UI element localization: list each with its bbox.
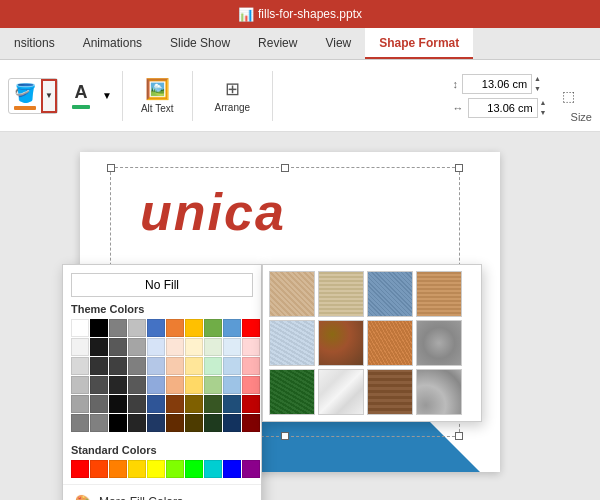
theme-color-swatch[interactable] — [147, 414, 165, 432]
theme-color-swatch[interactable] — [71, 395, 89, 413]
theme-color-swatch[interactable] — [109, 357, 127, 375]
texture-swatch-white-marble[interactable] — [318, 369, 364, 415]
theme-color-swatch[interactable] — [185, 414, 203, 432]
theme-color-swatch[interactable] — [204, 319, 222, 337]
fill-dropdown-arrow[interactable] — [41, 79, 57, 113]
standard-color-swatch[interactable] — [185, 460, 203, 478]
theme-color-swatch[interactable] — [166, 338, 184, 356]
theme-color-swatch[interactable] — [204, 357, 222, 375]
height-down[interactable]: ▼ — [540, 108, 552, 118]
tab-transitions[interactable]: nsitions — [0, 28, 69, 59]
texture-swatch-light-fabric[interactable] — [269, 320, 315, 366]
text-format-arrow[interactable]: ▼ — [102, 90, 112, 101]
texture-swatch-green-felt[interactable] — [269, 369, 315, 415]
theme-color-swatch[interactable] — [204, 376, 222, 394]
standard-color-swatch[interactable] — [166, 460, 184, 478]
standard-color-swatch[interactable] — [90, 460, 108, 478]
handle-top-right[interactable] — [455, 164, 463, 172]
theme-color-swatch[interactable] — [90, 338, 108, 356]
theme-color-swatch[interactable] — [71, 357, 89, 375]
theme-color-swatch[interactable] — [166, 376, 184, 394]
theme-color-swatch[interactable] — [109, 376, 127, 394]
standard-color-swatch[interactable] — [71, 460, 89, 478]
theme-color-swatch[interactable] — [242, 376, 260, 394]
theme-color-swatch[interactable] — [90, 414, 108, 432]
texture-swatch-canvas[interactable] — [318, 271, 364, 317]
theme-color-swatch[interactable] — [185, 376, 203, 394]
theme-color-swatch[interactable] — [242, 319, 260, 337]
width-up[interactable]: ▲ — [534, 74, 546, 84]
theme-color-swatch[interactable] — [242, 338, 260, 356]
tab-review[interactable]: Review — [244, 28, 311, 59]
theme-color-swatch[interactable] — [185, 319, 203, 337]
more-fill-colors-item[interactable]: 🎨 More Fill Colors... — [63, 489, 261, 500]
theme-color-swatch[interactable] — [71, 338, 89, 356]
theme-color-swatch[interactable] — [147, 338, 165, 356]
theme-color-swatch[interactable] — [185, 338, 203, 356]
theme-color-swatch[interactable] — [128, 319, 146, 337]
height-up[interactable]: ▲ — [540, 98, 552, 108]
theme-color-swatch[interactable] — [223, 319, 241, 337]
theme-color-swatch[interactable] — [242, 395, 260, 413]
no-fill-button[interactable]: No Fill — [71, 273, 253, 297]
theme-color-swatch[interactable] — [166, 319, 184, 337]
theme-color-swatch[interactable] — [71, 376, 89, 394]
theme-color-swatch[interactable] — [204, 414, 222, 432]
standard-color-swatch[interactable] — [147, 460, 165, 478]
theme-color-swatch[interactable] — [185, 357, 203, 375]
theme-color-swatch[interactable] — [90, 376, 108, 394]
theme-color-swatch[interactable] — [166, 357, 184, 375]
fill-color-button[interactable]: 🪣 — [9, 80, 41, 112]
theme-color-swatch[interactable] — [128, 395, 146, 413]
texture-swatch-brown-wood[interactable] — [367, 369, 413, 415]
texture-swatch-orange-paper[interactable] — [367, 320, 413, 366]
theme-color-swatch[interactable] — [71, 414, 89, 432]
theme-color-swatch[interactable] — [109, 395, 127, 413]
theme-color-swatch[interactable] — [242, 414, 260, 432]
theme-color-swatch[interactable] — [109, 319, 127, 337]
theme-color-swatch[interactable] — [90, 395, 108, 413]
texture-swatch-grey-granite[interactable] — [416, 369, 462, 415]
texture-swatch-beige[interactable] — [269, 271, 315, 317]
theme-color-swatch[interactable] — [71, 319, 89, 337]
width-down[interactable]: ▼ — [534, 84, 546, 94]
theme-color-swatch[interactable] — [128, 338, 146, 356]
handle-top-left[interactable] — [107, 164, 115, 172]
theme-color-swatch[interactable] — [109, 414, 127, 432]
arrange-button[interactable]: ⊞ Arrange — [203, 74, 263, 117]
theme-color-swatch[interactable] — [166, 395, 184, 413]
texture-swatch-woven[interactable] — [416, 271, 462, 317]
alt-text-button[interactable]: 🖼️ Alt Text — [133, 73, 182, 118]
texture-swatch-brown-marble[interactable] — [318, 320, 364, 366]
standard-color-swatch[interactable] — [128, 460, 146, 478]
standard-color-swatch[interactable] — [242, 460, 260, 478]
theme-color-swatch[interactable] — [90, 319, 108, 337]
width-input[interactable] — [462, 74, 532, 94]
theme-color-swatch[interactable] — [166, 414, 184, 432]
theme-color-swatch[interactable] — [90, 357, 108, 375]
theme-color-swatch[interactable] — [128, 376, 146, 394]
tab-view[interactable]: View — [311, 28, 365, 59]
theme-color-swatch[interactable] — [185, 395, 203, 413]
standard-color-swatch[interactable] — [109, 460, 127, 478]
theme-color-swatch[interactable] — [223, 376, 241, 394]
theme-color-swatch[interactable] — [147, 319, 165, 337]
theme-color-swatch[interactable] — [223, 395, 241, 413]
theme-color-swatch[interactable] — [109, 338, 127, 356]
texture-swatch-denim[interactable] — [367, 271, 413, 317]
theme-color-swatch[interactable] — [242, 357, 260, 375]
size-expand-button[interactable]: ⬚ — [562, 88, 575, 104]
theme-color-swatch[interactable] — [147, 376, 165, 394]
tab-animations[interactable]: Animations — [69, 28, 156, 59]
theme-color-swatch[interactable] — [223, 414, 241, 432]
standard-color-swatch[interactable] — [223, 460, 241, 478]
handle-top-middle[interactable] — [281, 164, 289, 172]
text-color-button[interactable]: A — [64, 78, 98, 113]
tab-slideshow[interactable]: Slide Show — [156, 28, 244, 59]
theme-color-swatch[interactable] — [147, 357, 165, 375]
theme-color-swatch[interactable] — [147, 395, 165, 413]
standard-color-swatch[interactable] — [204, 460, 222, 478]
texture-swatch-grey-stone[interactable] — [416, 320, 462, 366]
theme-color-swatch[interactable] — [223, 357, 241, 375]
theme-color-swatch[interactable] — [223, 338, 241, 356]
